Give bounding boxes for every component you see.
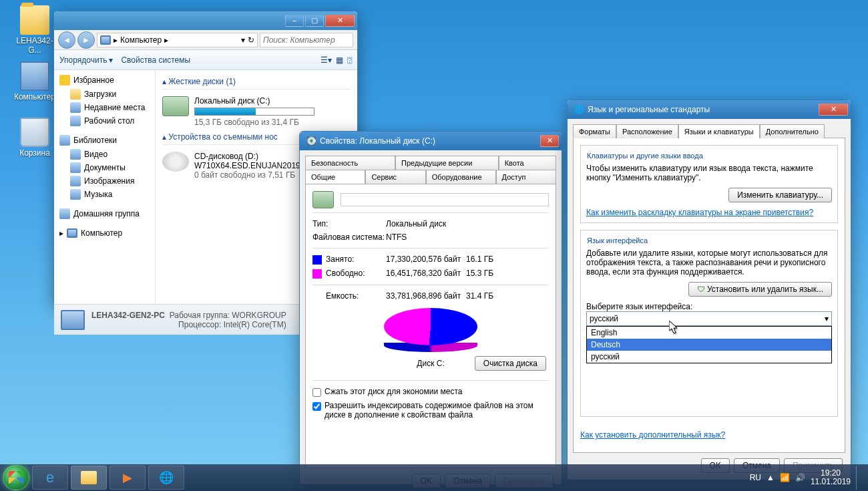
hdd-icon [312,191,334,208]
taskbar-regional[interactable]: 🌐 [148,466,184,490]
nav-recent[interactable]: Недавние места [54,101,155,114]
taskbar-mediaplayer[interactable]: ▶ [110,466,146,490]
tray-volume-icon[interactable]: 🔊 [795,473,805,482]
section-hard-disks[interactable]: ▴ Жесткие диски (1) [162,74,351,90]
organize-menu[interactable]: Упорядочить ▾ [59,55,113,65]
kbd-desc: Чтобы изменить клавиатуру или язык ввода… [586,164,832,182]
nav-favorites[interactable]: Избранное [54,73,155,88]
used-gb: 16.1 ГБ [466,255,499,265]
tray-flag-icon[interactable]: ▲ [767,473,775,482]
ui-desc: Добавьте или удалите языки, которые могу… [586,249,832,277]
language-dialog: 🌐Язык и региональные стандарты ✕ Форматы… [567,100,851,480]
ui-group-title: Язык интерфейса [585,236,650,244]
kbd-layout-help-link[interactable]: Как изменить раскладку клавиатуры на экр… [586,208,832,217]
change-keyboard-button[interactable]: Изменить клавиатуру... [728,188,832,202]
address-bar: ◄ ► ▸ Компьютер ▸ ▾↻ [54,30,357,50]
view-icon[interactable]: ☰▾ [320,55,332,65]
install-language-button[interactable]: 🛡 Установить или удалить язык... [688,282,832,297]
disk-properties-dialog: 💽Свойства: Локальный диск (C:) ✕ Безопас… [299,131,562,485]
tab-keyboards[interactable]: Языки и клавиатуры [678,124,760,138]
nav-videos[interactable]: Видео [54,148,155,161]
taskbar-ie[interactable]: e [32,466,68,490]
folder-icon [81,471,97,484]
maximize-button[interactable]: ▢ [305,15,324,27]
system-properties-button[interactable]: Свойства системы [121,55,190,65]
folder-icon [70,89,81,100]
taskbar-explorer[interactable] [71,466,107,490]
desktop-icon-label: LEHA342-G... [12,36,57,55]
nav-documents[interactable]: Документы [54,161,155,174]
tab-sharing[interactable]: Доступ [496,170,556,184]
computer-icon [100,35,111,45]
breadcrumb[interactable]: ▸ Компьютер ▸ ▾↻ [97,33,258,47]
free-bytes: 16,451,768,320 байт [386,269,466,279]
tab-security[interactable]: Безопасность [305,156,395,170]
help-icon[interactable]: ⍰ [347,55,352,65]
compress-checkbox[interactable]: Сжать этот диск для экономии места [312,385,549,399]
nav-downloads[interactable]: Загрузки [54,88,155,101]
documents-icon [70,162,81,173]
minimize-button[interactable]: – [285,15,304,27]
hdd-icon: 💽 [306,136,316,146]
free-color-icon [312,269,322,279]
ie-icon: e [46,469,54,486]
nav-libraries[interactable]: Библиотеки [54,133,155,148]
navigation-pane: Избранное Загрузки Недавние места Рабочи… [54,70,156,304]
back-button[interactable]: ◄ [58,31,75,49]
volume-label-input[interactable] [341,193,549,206]
preview-icon[interactable]: ▦ [336,55,343,65]
breadcrumb-item[interactable]: Компьютер [120,35,162,45]
system-tray: RU ▲ 📶 🔊 19:20 11.01.2019 [750,466,865,490]
hdd-icon [162,96,189,116]
desktop-icon-computer[interactable]: Компьютер [12,61,57,102]
taskbar: e ▶ 🌐 RU ▲ 📶 🔊 19:20 11.01.2019 [0,464,868,491]
tab-formats[interactable]: Форматы [573,124,616,138]
nav-pictures[interactable]: Изображения [54,174,155,188]
recycle-bin-icon [20,118,49,147]
props-titlebar[interactable]: 💽Свойства: Локальный диск (C:) ✕ [300,132,562,150]
tab-tools[interactable]: Сервис [365,170,425,184]
index-checkbox[interactable]: Разрешить индексировать содержимое файло… [312,399,549,422]
tab-prev-versions[interactable]: Предыдущие версии [395,156,499,170]
desktop-icon-label: Корзина [12,148,57,158]
nav-desktop[interactable]: Рабочий стол [54,114,155,128]
computer-icon [61,310,85,330]
tab-hardware[interactable]: Оборудование [426,170,496,184]
select-lang-label: Выберите язык интерфейса: [586,302,832,311]
lang-option-english[interactable]: English [587,327,831,339]
chevron-down-icon: ▾ [825,314,829,323]
language-dropdown-list: English Deutsch русский [586,326,832,363]
free-gb: 15.3 ГБ [466,269,499,279]
drive-free: 15,3 ГБ свободно из 31,4 ГБ [194,118,351,127]
tab-quota[interactable]: Квота [499,156,556,170]
pictures-icon [70,176,81,186]
tab-advanced[interactable]: Дополнительно [760,124,825,138]
nav-music[interactable]: Музыка [54,188,155,201]
install-lang-help-link[interactable]: Как установить дополнительный язык? [580,430,725,440]
tray-clock[interactable]: 19:20 11.01.2019 [811,469,851,486]
nav-computer[interactable]: ▸Компьютер [54,226,155,240]
drive-c[interactable]: Локальный диск (C:) 15,3 ГБ свободно из … [162,94,351,130]
lang-option-deutsch[interactable]: Deutsch [587,339,831,351]
tab-location[interactable]: Расположение [616,124,678,138]
lang-titlebar[interactable]: 🌐Язык и региональные стандарты ✕ [568,100,851,119]
nav-homegroup[interactable]: Домашняя группа [54,206,155,221]
close-button[interactable]: ✕ [540,135,559,147]
disk-usage-pie [384,308,477,352]
desktop-icon-bin[interactable]: Корзина [12,118,57,158]
desktop-icon-folder[interactable]: LEHA342-G... [12,5,57,55]
forward-button[interactable]: ► [77,31,95,49]
language-dropdown[interactable]: русский▾ [586,311,832,326]
show-desktop-button[interactable] [856,466,861,490]
disk-cleanup-button[interactable]: Очистка диска [475,356,546,371]
explorer-titlebar[interactable]: – ▢ ✕ [54,11,357,30]
globe-icon: 🌐 [574,105,584,114]
close-button[interactable]: ✕ [325,15,355,27]
tab-general[interactable]: Общие [305,170,365,184]
close-button[interactable]: ✕ [819,104,848,116]
tray-lang[interactable]: RU [750,473,761,482]
search-input[interactable] [260,33,353,47]
tray-network-icon[interactable]: 📶 [780,473,790,482]
start-button[interactable] [3,465,29,490]
lang-option-russian[interactable]: русский [587,351,831,363]
